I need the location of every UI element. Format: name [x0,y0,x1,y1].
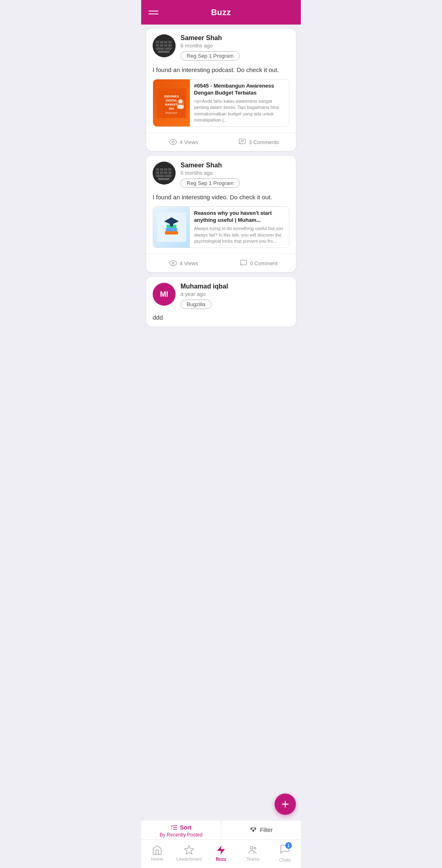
avatar-3: MI [153,283,176,306]
svg-rect-5 [156,44,159,47]
author-info-2: Sameer Shah 6 months ago Reg Sep 1 Progr… [180,162,289,188]
link-desc-1: <p>Anda tahu kalau awareness sangat pent… [194,98,285,124]
comment-icon-2 [239,259,248,267]
svg-rect-9 [156,47,164,50]
svg-rect-8 [168,44,171,47]
link-title-1: #0545 - Membangun Awareness Dengan Budge… [194,83,285,97]
eye-icon-2 [169,259,177,267]
views-btn-1[interactable]: 4 Views [146,133,221,151]
comments-label-2: 0 Comment [250,260,277,266]
views-label-2: 4 Views [180,260,198,266]
card-inner-2: Sameer Shah 6 months ago Reg Sep 1 Progr… [146,156,296,248]
svg-point-44 [172,262,174,264]
link-preview-1[interactable]: INDONES DIGITAL MARKET- ING PODCAST #054… [153,79,289,127]
svg-rect-27 [160,168,163,171]
tag-badge-1[interactable]: Reg Sep 1 Program [180,51,240,61]
post-card-3: MI Muhamad iqbal a year ago Bugzilla ddd [146,277,296,327]
svg-rect-33 [168,171,171,174]
avatar-2 [153,162,176,185]
header-title: Buzz [211,8,231,17]
stats-row-1: 4 Views 3 Comments [146,133,296,151]
link-preview-2[interactable]: Reasons why you haven't start anything u… [153,206,289,248]
svg-rect-20 [177,105,184,109]
svg-rect-30 [156,171,159,174]
svg-rect-3 [164,41,167,43]
post-text-3: ddd [146,314,296,321]
tag-badge-3[interactable]: Bugzilla [180,300,212,309]
link-desc-2: Always trying to do something useful but… [194,225,285,244]
avatar-1 [153,34,176,57]
svg-point-43 [170,224,173,227]
svg-rect-31 [160,171,163,174]
link-info-1: #0545 - Membangun Awareness Dengan Budge… [190,79,289,126]
eye-icon-1 [169,138,177,146]
stats-row-2: 4 Views 0 Comment [146,254,296,272]
comments-label-1: 3 Comments [249,139,279,145]
link-thumb-2 [153,207,190,248]
svg-text:PODCAST: PODCAST [165,112,177,114]
hamburger-menu[interactable] [149,11,158,14]
svg-rect-35 [165,175,171,177]
card-inner-3: MI Muhamad iqbal a year ago Bugzilla [146,277,296,309]
author-name-3: Muhamad iqbal [180,283,289,290]
svg-rect-34 [156,175,164,177]
author-name-2: Sameer Shah [180,162,289,169]
svg-rect-39 [166,228,177,231]
svg-rect-2 [160,41,163,43]
svg-point-21 [172,141,174,143]
svg-rect-10 [165,47,171,50]
tag-badge-2[interactable]: Reg Sep 1 Program [180,178,240,188]
link-title-2: Reasons why you haven't start anything u… [194,210,285,224]
feed: Sameer Shah 6 months ago Reg Sep 1 Progr… [141,25,301,331]
svg-text:MARKET-: MARKET- [165,103,178,106]
svg-text:ING: ING [169,107,174,110]
svg-text:INDONES: INDONES [164,95,179,98]
svg-rect-29 [168,168,171,171]
author-time-2: 6 months ago [180,170,289,176]
post-card-2: Sameer Shah 6 months ago Reg Sep 1 Progr… [146,156,296,272]
author-name-1: Sameer Shah [180,34,289,42]
author-info-1: Sameer Shah 6 months ago Reg Sep 1 Progr… [180,34,289,61]
author-row-2: Sameer Shah 6 months ago Reg Sep 1 Progr… [153,162,289,188]
header: Buzz [141,0,301,25]
svg-point-19 [178,99,183,104]
comments-btn-1[interactable]: 3 Comments [221,133,296,151]
link-thumb-1: INDONES DIGITAL MARKET- ING PODCAST [153,79,190,126]
svg-rect-4 [168,41,171,43]
card-inner-1: Sameer Shah 6 months ago Reg Sep 1 Progr… [146,29,296,127]
svg-rect-36 [158,178,169,180]
svg-rect-38 [165,231,178,234]
author-info-3: Muhamad iqbal a year ago Bugzilla [180,283,289,309]
author-time-3: a year ago [180,291,289,297]
author-row-1: Sameer Shah 6 months ago Reg Sep 1 Progr… [153,34,289,61]
svg-rect-32 [164,171,167,174]
svg-text:DIGITAL: DIGITAL [166,99,177,102]
post-card-1: Sameer Shah 6 months ago Reg Sep 1 Progr… [146,29,296,151]
comments-btn-2[interactable]: 0 Comment [221,254,296,272]
svg-rect-11 [158,51,169,53]
svg-rect-1 [156,41,159,43]
svg-rect-28 [164,168,167,171]
svg-rect-7 [164,44,167,47]
link-info-2: Reasons why you haven't start anything u… [190,207,289,248]
views-btn-2[interactable]: 4 Views [146,254,221,272]
post-text-1: I found an interesting podcast. Do check… [153,65,289,74]
views-label-1: 4 Views [180,139,198,145]
comment-icon-1 [238,138,246,146]
author-time-1: 6 months ago [180,43,289,49]
post-text-2: I found an interesting video. Do check i… [153,193,289,201]
svg-rect-6 [160,44,163,47]
svg-rect-26 [156,168,159,171]
author-row-3: MI Muhamad iqbal a year ago Bugzilla [153,283,289,309]
